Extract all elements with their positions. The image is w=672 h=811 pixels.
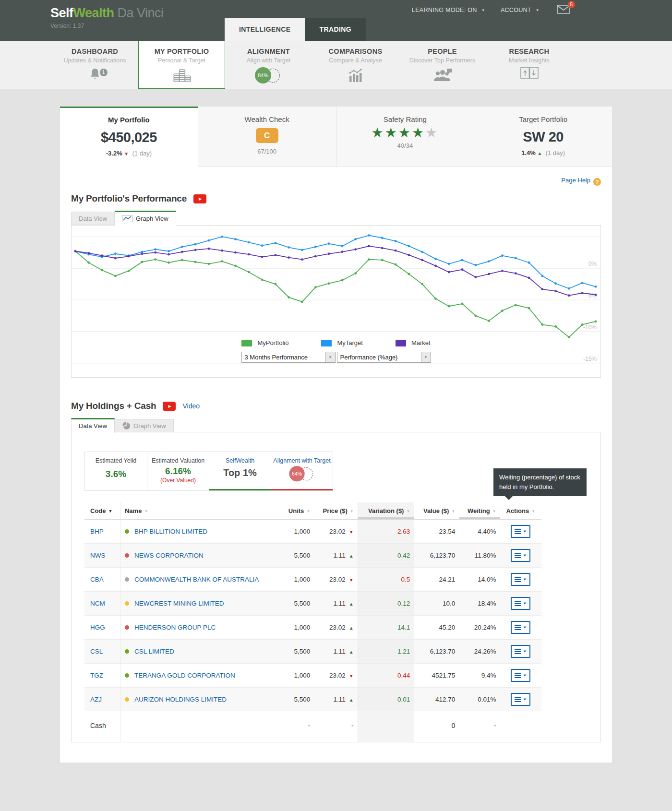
menu-icon [515, 551, 521, 559]
people-icon [432, 67, 453, 83]
stock-code-link[interactable]: HGG [90, 624, 105, 631]
stock-name-link[interactable]: NEWCREST MINING LIMITED [134, 600, 224, 607]
sort-icon: ▼ [492, 509, 496, 513]
stock-code-link[interactable]: AZJ [90, 696, 102, 703]
video-link[interactable]: Video [182, 402, 200, 410]
down-triangle-icon: ▼ [349, 577, 354, 583]
stock-name-link[interactable]: COMMONWEALTH BANK OF AUSTRALIA [134, 576, 259, 583]
actions-button[interactable]: ▼ [511, 597, 530, 610]
learning-mode-menu[interactable]: LEARNING MODE: ON▼ [412, 7, 485, 13]
nav-item-subtitle: Align with Target [225, 57, 312, 64]
brand-logo: SelfWealth Da Vinci Version: 1.37 [50, 6, 164, 29]
table-row: NWSNEWS CORPORATION5,5001.11▲0.426,123.7… [84, 544, 541, 568]
column-header-weiting[interactable]: Weiting▼ [459, 502, 500, 520]
nav-item-title: MY PORTFOLIO [139, 48, 225, 55]
actions-button[interactable]: ▼ [511, 621, 530, 634]
weiting-tooltip: Weiting (percentage) of stock held in my… [493, 468, 587, 496]
nav-item-subtitle: Personal & Target [139, 57, 225, 64]
actions-button[interactable]: ▼ [511, 693, 530, 706]
target-portfolio-value: SW 20 [474, 129, 612, 145]
chevron-down-icon: ▼ [523, 625, 527, 630]
stock-code-link[interactable]: NCM [90, 600, 105, 607]
brand-part-self: Self [50, 6, 73, 20]
stock-code-link[interactable]: CBA [90, 576, 104, 583]
sort-icon: ▼ [350, 509, 354, 513]
actions-button[interactable]: ▼ [511, 525, 530, 538]
nav-item-people[interactable]: PEOPLEDiscover Top Performers [399, 41, 486, 89]
actions-button[interactable]: ▼ [511, 669, 530, 682]
column-header-price-[interactable]: Price ($)▼ [314, 502, 358, 520]
column-header-code[interactable]: Code▼ [84, 502, 120, 520]
stock-name-link[interactable]: BHP BILLITION LIMITED [134, 528, 207, 535]
stock-name-link[interactable]: AURIZON HOLDINGS LIMITED [134, 696, 227, 703]
tab-graph-view[interactable]: Graph View [115, 419, 174, 432]
summary-tile-target-portfolio[interactable]: Target Portfolio SW 20 1.4% ▲ (1 day) [474, 107, 612, 167]
sort-icon: ▼ [451, 509, 455, 513]
stock-code-link[interactable]: TGZ [90, 672, 103, 679]
holdings-section: My Holdings + Cash ▶ Video Data View Gra… [71, 401, 601, 742]
actions-button[interactable]: ▼ [511, 573, 530, 586]
stock-name-link[interactable]: CSL LIMITED [134, 648, 174, 655]
star-icon: ★ [372, 125, 385, 140]
series-line-MyPortfolio [75, 251, 596, 337]
holdings-table-container: Estimated Yeild 3.6% Estimated Valuation… [71, 432, 601, 742]
column-header-units[interactable]: Units▼ [281, 502, 314, 520]
column-header-variation-[interactable]: Variation ($)▼ [358, 502, 414, 520]
account-menu[interactable]: ACCOUNT▼ [501, 7, 540, 13]
holdings-view-tabs: Data View Graph View [71, 418, 601, 432]
up-triangle-icon: ▲ [349, 697, 354, 703]
video-play-icon[interactable]: ▶ [163, 402, 176, 411]
tab-data-view[interactable]: Data View [71, 418, 115, 433]
column-header-value-[interactable]: Value ($)▼ [414, 502, 459, 520]
tab-trading[interactable]: TRADING [305, 18, 366, 41]
summary-tile-my-portfolio[interactable]: My Portfolio $450,025 -3.2% ▼ (1 day) [60, 107, 198, 167]
table-row: HGGHENDERSON GROUP PLC1,00023.02▲14.145.… [84, 616, 541, 640]
menu-icon [515, 671, 521, 679]
notification-badge: 1 [100, 69, 108, 76]
mail-badge: 5 [568, 1, 575, 8]
nav-item-dashboard[interactable]: DASHBOARDUpdates & Notifications1 [51, 41, 138, 89]
mode-tabs: INTELLIGENCE TRADING [225, 18, 366, 41]
nav-item-comparisons[interactable]: COMPARISONSCompare & Analyse [312, 41, 399, 89]
stock-code-link[interactable]: NWS [90, 552, 106, 559]
legend-swatch [396, 340, 406, 346]
tab-intelligence[interactable]: INTELLIGENCE [225, 18, 305, 41]
nav-item-my-portfolio[interactable]: MY PORTFOLIOPersonal & Target [138, 41, 225, 89]
performance-view-tabs: Data View Graph View [71, 211, 601, 225]
stock-code-link[interactable]: CSL [90, 648, 103, 655]
actions-button[interactable]: ▼ [511, 645, 530, 658]
up-triangle-icon: ▲ [349, 649, 354, 655]
up-triangle-icon: ▲ [537, 151, 542, 156]
stat-selfwealth-rank[interactable]: SelfWealth Top 1% [209, 452, 271, 490]
summary-tile-wealth-check[interactable]: Wealth Check C 67/100 [198, 107, 336, 167]
tab-data-view[interactable]: Data View [71, 212, 115, 225]
page-help-link[interactable]: Page Help [561, 177, 590, 184]
nav-item-alignment[interactable]: ALIGNMENTAlign with Target84% [225, 41, 312, 89]
up-triangle-icon: ▲ [349, 553, 354, 559]
column-header-actions[interactable]: Actions▼ [500, 502, 541, 520]
series-line-MyTarget [75, 236, 596, 289]
video-play-icon[interactable]: ▶ [193, 194, 206, 203]
stock-name-link[interactable]: HENDERSON GROUP PLC [134, 624, 216, 631]
column-header-name[interactable]: Name▼ [120, 502, 281, 520]
nav-item-subtitle: Discover Top Performers [399, 57, 486, 64]
menu-icon [515, 599, 521, 607]
alignment-venn-icon: 84% [255, 67, 282, 83]
stat-alignment-with-target[interactable]: Alignment with Target 64% [271, 452, 333, 490]
summary-tile-safety-rating[interactable]: Safety Rating ★★★★★ 40/34 [336, 107, 474, 167]
up-triangle-icon: ▲ [349, 601, 354, 607]
tab-graph-view[interactable]: Graph View [115, 211, 176, 226]
coins-icon [172, 67, 192, 83]
series-line-Market [75, 246, 596, 296]
mail-button[interactable]: 5 [557, 5, 570, 15]
stock-name-link[interactable]: NEWS CORPORATION [134, 552, 204, 559]
actions-button[interactable]: ▼ [511, 549, 530, 562]
period-select[interactable]: 3 Months Performance▼ [241, 352, 336, 363]
stock-name-link[interactable]: TERANGA GOLD CORPORATION [134, 672, 235, 679]
page-card: My Portfolio $450,025 -3.2% ▼ (1 day) We… [60, 107, 612, 763]
metric-select[interactable]: Performance (%age)▼ [337, 352, 431, 363]
nav-item-research[interactable]: RESEARCHMarket Insights [486, 41, 573, 89]
sort-icon: ▼ [531, 509, 535, 513]
stock-code-link[interactable]: BHP [90, 528, 104, 535]
bar-chart-icon [346, 67, 365, 83]
